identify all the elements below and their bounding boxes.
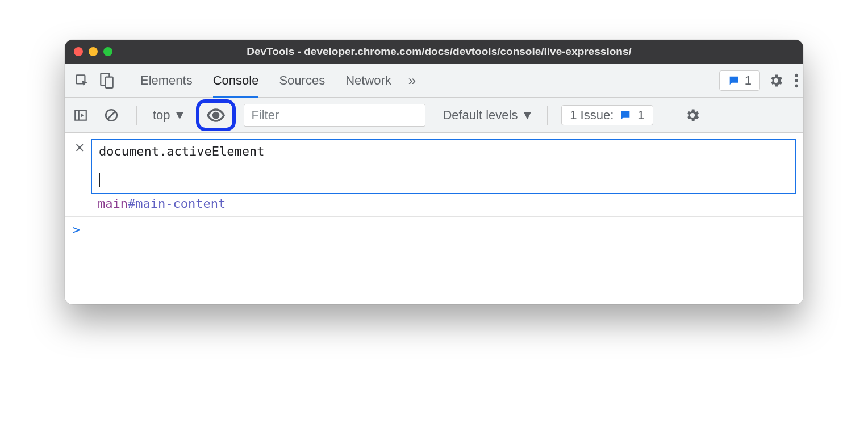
window-minimize-button[interactable] (89, 47, 98, 56)
chevron-double-right-icon: » (408, 73, 416, 89)
caret-down-icon: ▼ (174, 108, 186, 123)
live-expression-text: document.activeElement (99, 144, 788, 158)
comment-icon (619, 109, 632, 121)
caret-down-icon: ▼ (521, 108, 533, 123)
comment-icon (728, 74, 740, 87)
log-levels-select[interactable]: Default levels ▼ (443, 108, 533, 123)
tab-console[interactable]: Console (213, 64, 259, 98)
live-expression-result[interactable]: main#main-content (91, 194, 796, 213)
live-expression-editor[interactable]: document.activeElement (91, 139, 796, 194)
messages-chip[interactable]: 1 (719, 70, 760, 91)
console-settings-icon[interactable] (681, 104, 704, 127)
console-body[interactable] (65, 242, 803, 304)
svg-point-4 (795, 79, 798, 82)
issues-count: 1 (637, 108, 644, 123)
window-close-button[interactable] (74, 47, 83, 56)
console-toolbar: top ▼ Default levels ▼ 1 Issue: 1 (65, 98, 803, 133)
console-prompt[interactable]: > (65, 217, 803, 242)
device-toolbar-icon[interactable] (94, 68, 119, 93)
tabs-overflow-button[interactable]: » (408, 73, 416, 89)
svg-point-5 (795, 84, 798, 87)
live-expression-row: ✕ document.activeElement main#main-conte… (65, 133, 803, 217)
close-icon[interactable]: ✕ (72, 141, 87, 156)
context-label: top (153, 108, 170, 123)
divider (547, 106, 548, 125)
main-tabbar: Elements Console Sources Network » 1 (65, 64, 803, 98)
console-sidebar-toggle-icon[interactable] (69, 104, 92, 127)
svg-rect-2 (106, 77, 113, 87)
clear-console-icon[interactable] (100, 104, 123, 127)
tab-elements[interactable]: Elements (140, 64, 193, 98)
divider (667, 106, 667, 125)
result-id: #main-content (128, 196, 226, 211)
svg-point-8 (214, 112, 219, 118)
levels-label: Default levels (443, 108, 518, 123)
settings-icon[interactable] (768, 73, 784, 89)
text-cursor (99, 172, 788, 187)
tab-network[interactable]: Network (345, 64, 391, 98)
divider (124, 72, 124, 89)
svg-point-3 (795, 73, 798, 77)
result-tag: main (98, 196, 128, 211)
filter-input[interactable] (244, 104, 425, 127)
kebab-menu-icon[interactable] (794, 73, 799, 89)
execution-context-select[interactable]: top ▼ (151, 108, 188, 123)
prompt-chevron-icon: > (73, 223, 80, 237)
titlebar: DevTools - developer.chrome.com/docs/dev… (65, 40, 803, 64)
inspect-element-icon[interactable] (69, 68, 94, 93)
panel-tabs: Elements Console Sources Network (140, 64, 391, 98)
create-live-expression-button[interactable] (196, 99, 236, 131)
messages-count: 1 (745, 73, 752, 88)
issues-chip[interactable]: 1 Issue: 1 (561, 105, 653, 125)
issues-label: 1 Issue: (570, 108, 614, 123)
svg-rect-6 (75, 110, 86, 120)
tab-sources[interactable]: Sources (279, 64, 325, 98)
divider (136, 106, 137, 125)
devtools-window: DevTools - developer.chrome.com/docs/dev… (65, 40, 803, 304)
window-title: DevTools - developer.chrome.com/docs/dev… (118, 45, 794, 58)
window-zoom-button[interactable] (103, 47, 112, 56)
